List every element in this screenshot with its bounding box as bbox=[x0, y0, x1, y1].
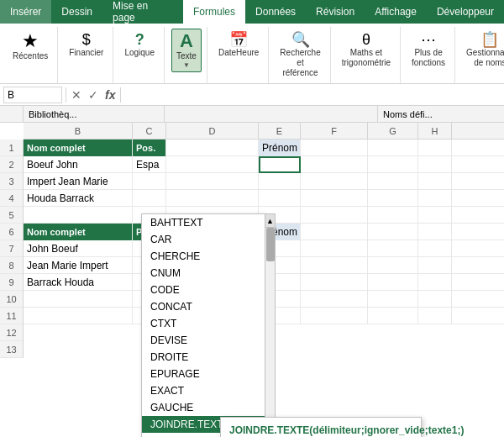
dateheure-button[interactable]: 📅 DateHeure bbox=[214, 29, 263, 61]
cell-b9[interactable]: Barrack Houda bbox=[24, 274, 133, 291]
gestionnaire-button[interactable]: 📋 Gestionnaire de noms bbox=[462, 29, 504, 71]
dropdown-item-concat[interactable]: CONCAT bbox=[142, 298, 265, 315]
cell-h7[interactable] bbox=[418, 240, 452, 257]
dropdown-item-cnum[interactable]: CNUM bbox=[142, 265, 265, 282]
scroll-thumb[interactable] bbox=[266, 228, 275, 261]
cell-g4[interactable] bbox=[368, 190, 418, 207]
cell-f6[interactable] bbox=[301, 224, 368, 240]
cell-h4[interactable] bbox=[418, 190, 452, 207]
cell-g6[interactable] bbox=[368, 224, 418, 240]
cell-g2[interactable] bbox=[368, 156, 418, 173]
cell-b5[interactable] bbox=[24, 207, 133, 224]
cell-f4[interactable] bbox=[301, 190, 368, 207]
menu-inserer[interactable]: Insérer bbox=[0, 0, 51, 24]
cell-b6[interactable]: Nom complet bbox=[24, 224, 133, 240]
cell-g10[interactable] bbox=[368, 291, 418, 308]
cell-c3[interactable] bbox=[133, 173, 166, 190]
dropdown-item-cherche[interactable]: CHERCHE bbox=[142, 248, 265, 265]
cell-e1[interactable]: Prénom bbox=[259, 140, 301, 156]
cell-d3[interactable] bbox=[166, 173, 259, 190]
menu-misepage[interactable]: Mise en page bbox=[102, 0, 183, 24]
menu-developpeur[interactable]: Développeur bbox=[427, 0, 504, 24]
cell-g1[interactable] bbox=[368, 140, 418, 156]
row-num-8: 8 bbox=[0, 257, 23, 274]
dropdown-item-bahttext[interactable]: BAHTTEXT bbox=[142, 214, 265, 231]
recentes-label: Récentes bbox=[13, 51, 48, 61]
cell-d2[interactable] bbox=[166, 156, 259, 173]
cell-b1[interactable]: Nom complet bbox=[24, 140, 133, 156]
cell-h3[interactable] bbox=[418, 173, 452, 190]
cell-g5[interactable] bbox=[368, 207, 418, 224]
cell-b2[interactable]: Boeuf John bbox=[24, 156, 133, 173]
dropdown-item-devise[interactable]: DEVISE bbox=[142, 332, 265, 349]
cell-f8[interactable] bbox=[301, 257, 368, 274]
cell-h11[interactable] bbox=[418, 308, 452, 324]
cell-h5[interactable] bbox=[418, 207, 452, 224]
dropdown-item-gauche[interactable]: GAUCHE bbox=[142, 399, 265, 416]
cell-g8[interactable] bbox=[368, 257, 418, 274]
cell-h2[interactable] bbox=[418, 156, 452, 173]
fx-icon[interactable]: fx bbox=[103, 88, 117, 102]
cell-e4[interactable] bbox=[259, 190, 301, 207]
plus-button[interactable]: ⋯ Plus de fonctions bbox=[407, 29, 449, 71]
texte-button[interactable]: A Texte ▼ bbox=[171, 29, 202, 72]
cell-f10[interactable] bbox=[301, 291, 368, 308]
dropdown-item-car[interactable]: CAR bbox=[142, 231, 265, 248]
cell-h10[interactable] bbox=[418, 291, 452, 308]
cell-b10[interactable] bbox=[24, 291, 133, 308]
dropdown-item-epurage[interactable]: EPURAGE bbox=[142, 366, 265, 382]
menu-dessin[interactable]: Dessin bbox=[51, 0, 102, 24]
cell-g11[interactable] bbox=[368, 308, 418, 324]
name-box[interactable]: B bbox=[3, 87, 62, 103]
cell-f3[interactable] bbox=[301, 173, 368, 190]
cell-f11[interactable] bbox=[301, 308, 368, 324]
cell-c4[interactable] bbox=[133, 190, 166, 207]
cell-c1[interactable]: Pos. bbox=[133, 140, 166, 156]
cell-b3[interactable]: Impert Jean Marie bbox=[24, 173, 133, 190]
maths-icon: θ bbox=[362, 32, 370, 47]
cell-d1[interactable] bbox=[166, 140, 259, 156]
cell-f7[interactable] bbox=[301, 240, 368, 257]
dropdown-item-droite[interactable]: DROITE bbox=[142, 349, 265, 366]
logique-button[interactable]: ? Logique bbox=[120, 29, 159, 61]
recentes-button[interactable]: ★ Récentes bbox=[8, 29, 52, 65]
cell-d4[interactable] bbox=[166, 190, 259, 207]
cell-f2[interactable] bbox=[301, 156, 368, 173]
financier-button[interactable]: $ Financier bbox=[65, 29, 108, 61]
cell-f5[interactable] bbox=[301, 207, 368, 224]
cell-e2[interactable] bbox=[259, 156, 301, 173]
cell-g9[interactable] bbox=[368, 274, 418, 291]
cell-b7[interactable]: John Boeuf bbox=[24, 240, 133, 257]
cell-g3[interactable] bbox=[368, 173, 418, 190]
texte-icon: A bbox=[180, 32, 193, 50]
menu-revision[interactable]: Révision bbox=[306, 0, 365, 24]
scroll-track bbox=[265, 228, 275, 437]
cancel-icon[interactable]: ✕ bbox=[70, 88, 83, 102]
maths-button[interactable]: θ Maths et trigonométrie bbox=[338, 29, 395, 71]
cell-b4[interactable]: Houda Barrack bbox=[24, 190, 133, 207]
cell-h6[interactable] bbox=[418, 224, 452, 240]
col-header-g: G bbox=[368, 123, 418, 139]
function-tooltip: JOINDRE.TEXTE(délimiteur;ignorer_vide;te… bbox=[220, 417, 422, 437]
cell-f1[interactable] bbox=[301, 140, 368, 156]
cell-c2[interactable]: Espa bbox=[133, 156, 166, 173]
cell-b11[interactable] bbox=[24, 308, 133, 324]
menu-donnees[interactable]: Données bbox=[245, 0, 306, 24]
menu-affichage[interactable]: Affichage bbox=[365, 0, 427, 24]
menu-formules[interactable]: Formules bbox=[183, 0, 245, 24]
cell-h8[interactable] bbox=[418, 257, 452, 274]
financier-icon: $ bbox=[82, 32, 91, 47]
dropdown-item-exact[interactable]: EXACT bbox=[142, 382, 265, 399]
formula-input[interactable] bbox=[124, 89, 501, 101]
scroll-up-button[interactable]: ▲ bbox=[265, 214, 275, 228]
cell-b8[interactable]: Jean Marie Impert bbox=[24, 257, 133, 274]
recherche-button[interactable]: 🔍 Recherche et référence bbox=[276, 29, 324, 82]
cell-f9[interactable] bbox=[301, 274, 368, 291]
cell-e3[interactable] bbox=[259, 173, 301, 190]
cell-g7[interactable] bbox=[368, 240, 418, 257]
cell-h9[interactable] bbox=[418, 274, 452, 291]
dropdown-item-ctxt[interactable]: CTXT bbox=[142, 315, 265, 332]
confirm-icon[interactable]: ✓ bbox=[87, 88, 100, 102]
dropdown-item-code[interactable]: CODE bbox=[142, 282, 265, 298]
cell-h1[interactable] bbox=[418, 140, 452, 156]
